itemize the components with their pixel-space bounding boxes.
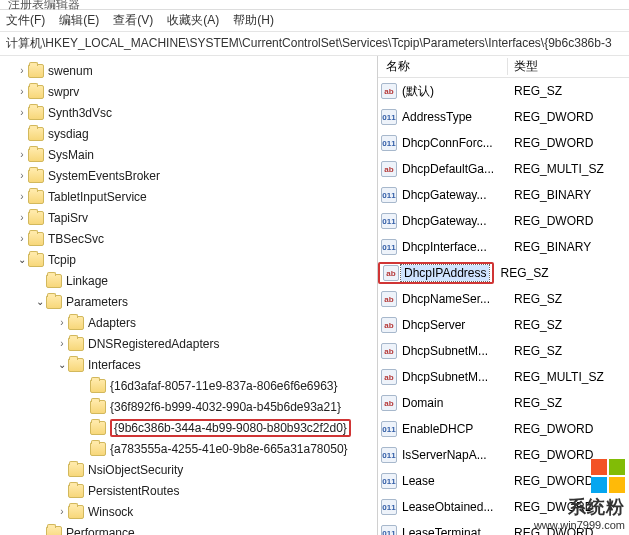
folder-icon [90,442,106,456]
value-type: REG_DWORD [508,474,629,488]
list-row[interactable]: abDomainREG_SZ [378,390,629,416]
chevron-down-icon[interactable]: ⌄ [16,254,28,265]
value-name: AddressType [400,110,508,124]
list-row[interactable]: 011DhcpInterface...REG_BINARY [378,234,629,260]
list-row[interactable]: abDhcpNameSer...REG_SZ [378,286,629,312]
tree-item[interactable]: ⌄Parameters [6,291,377,312]
list-row[interactable]: 011DhcpGateway...REG_BINARY [378,182,629,208]
folder-icon [28,169,44,183]
reg-string-icon: ab [381,161,397,177]
tree-item-label: Synth3dVsc [48,106,112,120]
tree-item[interactable]: ›DNSRegisteredAdapters [6,333,377,354]
list-row[interactable]: 011LeaseTerminat...REG_DWORD [378,520,629,535]
tree-item-label: {36f892f6-b999-4032-990a-b45b6de93a21} [110,400,341,414]
list-row[interactable]: 011LeaseREG_DWORD [378,468,629,494]
chevron-down-icon[interactable]: ⌄ [34,296,46,307]
tree-item[interactable]: ›TabletInputService [6,186,377,207]
tree-item[interactable]: ⌄Interfaces [6,354,377,375]
chevron-right-icon[interactable]: › [16,149,28,160]
menu-favorites[interactable]: 收藏夹(A) [167,12,219,29]
tree-item[interactable]: ›Winsock [6,501,377,522]
chevron-right-icon[interactable]: › [16,86,28,97]
tree-item[interactable]: ⌄Tcpip [6,249,377,270]
tree-item[interactable]: {9b6c386b-344a-4b99-9080-b80b93c2f2d0} [6,417,377,438]
column-name[interactable]: 名称 [378,58,508,75]
list-row[interactable]: 011IsServerNapA...REG_DWORD [378,442,629,468]
list-row[interactable]: abDhcpSubnetM...REG_MULTI_SZ [378,364,629,390]
value-name: LeaseTerminat... [400,526,508,535]
reg-binary-icon: 011 [381,109,397,125]
value-name: Lease [400,474,508,488]
value-type: REG_BINARY [508,188,629,202]
tree-item[interactable]: ›SysMain [6,144,377,165]
menu-help[interactable]: 帮助(H) [233,12,274,29]
chevron-right-icon[interactable]: › [16,107,28,118]
list-row[interactable]: 011DhcpGateway...REG_DWORD [378,208,629,234]
tree-item[interactable]: {36f892f6-b999-4032-990a-b45b6de93a21} [6,396,377,417]
registry-tree: ›swenum›swprv›Synth3dVscsysdiag›SysMain›… [0,60,377,535]
list-row[interactable]: 011AddressTypeREG_DWORD [378,104,629,130]
chevron-right-icon[interactable]: › [16,212,28,223]
menu-view[interactable]: 查看(V) [113,12,153,29]
value-name: DhcpGateway... [400,188,508,202]
tree-item[interactable]: Performance [6,522,377,535]
list-row[interactable]: abDhcpServerREG_SZ [378,312,629,338]
chevron-right-icon[interactable]: › [16,191,28,202]
folder-icon [90,379,106,393]
list-row[interactable]: ab(默认)REG_SZ [378,78,629,104]
value-icon-wrap: 011 [378,499,400,515]
tree-item[interactable]: ›Synth3dVsc [6,102,377,123]
tree-item[interactable]: PersistentRoutes [6,480,377,501]
tree-item[interactable]: {16d3afaf-8057-11e9-837a-806e6f6e6963} [6,375,377,396]
list-row[interactable]: abDhcpSubnetM...REG_SZ [378,338,629,364]
address-bar[interactable]: 计算机\HKEY_LOCAL_MACHINE\SYSTEM\CurrentCon… [0,32,629,56]
folder-icon [28,211,44,225]
chevron-right-icon[interactable]: › [56,317,68,328]
value-icon-wrap: 011 [378,421,400,437]
list-row[interactable]: 011EnableDHCPREG_DWORD [378,416,629,442]
chevron-right-icon[interactable]: › [16,65,28,76]
reg-binary-icon: 011 [381,421,397,437]
menu-edit[interactable]: 编辑(E) [59,12,99,29]
tree-item[interactable]: Linkage [6,270,377,291]
folder-icon [28,190,44,204]
menu-file[interactable]: 文件(F) [6,12,45,29]
tree-item[interactable]: ›swprv [6,81,377,102]
list-row[interactable]: 011DhcpConnForc...REG_DWORD [378,130,629,156]
value-icon-wrap: ab [378,291,400,307]
value-type: REG_DWORD [508,526,629,535]
folder-icon [68,505,84,519]
value-name: LeaseObtained... [400,500,508,514]
tree-item[interactable]: {a783555a-4255-41e0-9b8e-665a31a78050} [6,438,377,459]
chevron-right-icon[interactable]: › [16,233,28,244]
list-row[interactable]: abDhcpIPAddressREG_SZ [378,260,629,286]
tree-item-label: SystemEventsBroker [48,169,160,183]
chevron-down-icon[interactable]: ⌄ [56,359,68,370]
value-icon-wrap: 011 [378,473,400,489]
tree-item-label: Winsock [88,505,133,519]
chevron-right-icon[interactable]: › [16,170,28,181]
list-row[interactable]: 011LeaseObtained...REG_DWORD [378,494,629,520]
tree-item[interactable]: ›TBSecSvc [6,228,377,249]
tree-panel[interactable]: ›swenum›swprv›Synth3dVscsysdiag›SysMain›… [0,56,378,535]
value-name: Domain [400,396,508,410]
main-area: ›swenum›swprv›Synth3dVscsysdiag›SysMain›… [0,56,629,535]
values-panel[interactable]: 名称 类型 ab(默认)REG_SZ011AddressTypeREG_DWOR… [378,56,629,535]
reg-binary-icon: 011 [381,135,397,151]
tree-item[interactable]: NsiObjectSecurity [6,459,377,480]
tree-item[interactable]: ›SystemEventsBroker [6,165,377,186]
tree-item[interactable]: sysdiag [6,123,377,144]
chevron-right-icon[interactable]: › [56,338,68,349]
tree-item-label: {9b6c386b-344a-4b99-9080-b80b93c2f2d0} [110,419,351,437]
reg-string-icon: ab [381,369,397,385]
chevron-right-icon[interactable]: › [56,506,68,517]
value-name: IsServerNapA... [400,448,508,462]
value-name: DhcpGateway... [400,214,508,228]
folder-icon [68,463,84,477]
tree-item[interactable]: ›swenum [6,60,377,81]
list-row[interactable]: abDhcpDefaultGa...REG_MULTI_SZ [378,156,629,182]
column-type[interactable]: 类型 [508,58,629,75]
tree-item[interactable]: ›Adapters [6,312,377,333]
tree-item[interactable]: ›TapiSrv [6,207,377,228]
folder-icon [46,274,62,288]
